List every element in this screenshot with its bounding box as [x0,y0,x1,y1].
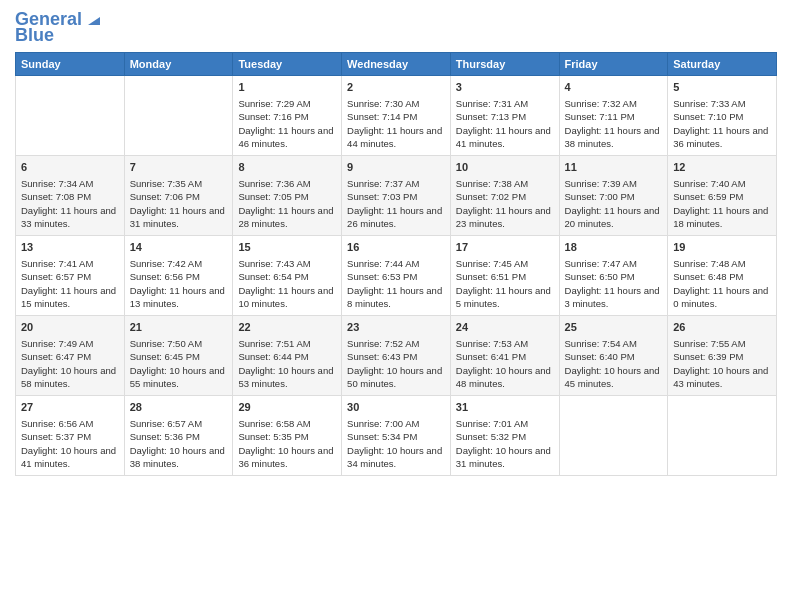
day-number: 11 [565,160,663,175]
logo-arrow-icon [84,9,102,27]
day-number: 28 [130,400,228,415]
calendar-cell: 30Sunrise: 7:00 AMSunset: 5:34 PMDayligh… [342,395,451,475]
day-number: 10 [456,160,554,175]
day-number: 20 [21,320,119,335]
weekday-header-row: SundayMondayTuesdayWednesdayThursdayFrid… [16,52,777,75]
day-number: 13 [21,240,119,255]
day-info: Sunset: 6:44 PM [238,350,336,363]
day-info: Sunrise: 7:45 AM [456,257,554,270]
day-info: Sunset: 5:35 PM [238,430,336,443]
day-info: Sunrise: 7:33 AM [673,97,771,110]
calendar-cell: 24Sunrise: 7:53 AMSunset: 6:41 PMDayligh… [450,315,559,395]
day-info: Sunset: 6:57 PM [21,270,119,283]
calendar-cell: 20Sunrise: 7:49 AMSunset: 6:47 PMDayligh… [16,315,125,395]
calendar-table: SundayMondayTuesdayWednesdayThursdayFrid… [15,52,777,476]
calendar-cell: 10Sunrise: 7:38 AMSunset: 7:02 PMDayligh… [450,155,559,235]
day-info: Sunset: 6:59 PM [673,190,771,203]
calendar-cell: 5Sunrise: 7:33 AMSunset: 7:10 PMDaylight… [668,75,777,155]
day-info: Sunrise: 7:38 AM [456,177,554,190]
day-info: Daylight: 11 hours and 3 minutes. [565,284,663,311]
day-info: Sunrise: 7:35 AM [130,177,228,190]
day-info: Daylight: 11 hours and 28 minutes. [238,204,336,231]
calendar-cell: 1Sunrise: 7:29 AMSunset: 7:16 PMDaylight… [233,75,342,155]
day-info: Sunset: 7:02 PM [456,190,554,203]
day-number: 18 [565,240,663,255]
calendar-cell [668,395,777,475]
day-number: 6 [21,160,119,175]
day-info: Daylight: 11 hours and 8 minutes. [347,284,445,311]
day-info: Sunrise: 7:52 AM [347,337,445,350]
day-info: Daylight: 11 hours and 41 minutes. [456,124,554,151]
day-info: Sunrise: 6:58 AM [238,417,336,430]
weekday-header-sunday: Sunday [16,52,125,75]
calendar-cell: 31Sunrise: 7:01 AMSunset: 5:32 PMDayligh… [450,395,559,475]
logo: General Blue [15,10,102,46]
day-number: 9 [347,160,445,175]
day-number: 24 [456,320,554,335]
calendar-cell: 26Sunrise: 7:55 AMSunset: 6:39 PMDayligh… [668,315,777,395]
day-info: Daylight: 10 hours and 50 minutes. [347,364,445,391]
day-info: Sunset: 7:16 PM [238,110,336,123]
calendar-cell: 14Sunrise: 7:42 AMSunset: 6:56 PMDayligh… [124,235,233,315]
day-info: Daylight: 10 hours and 53 minutes. [238,364,336,391]
day-info: Sunset: 7:05 PM [238,190,336,203]
day-info: Sunrise: 7:29 AM [238,97,336,110]
day-number: 26 [673,320,771,335]
day-info: Sunrise: 7:39 AM [565,177,663,190]
calendar-cell: 17Sunrise: 7:45 AMSunset: 6:51 PMDayligh… [450,235,559,315]
day-info: Sunset: 6:47 PM [21,350,119,363]
day-info: Sunset: 6:48 PM [673,270,771,283]
calendar-cell: 2Sunrise: 7:30 AMSunset: 7:14 PMDaylight… [342,75,451,155]
day-info: Sunset: 6:54 PM [238,270,336,283]
day-info: Sunrise: 7:31 AM [456,97,554,110]
weekday-header-friday: Friday [559,52,668,75]
day-info: Sunset: 6:40 PM [565,350,663,363]
day-number: 25 [565,320,663,335]
day-info: Sunrise: 7:48 AM [673,257,771,270]
day-number: 22 [238,320,336,335]
calendar-cell: 8Sunrise: 7:36 AMSunset: 7:05 PMDaylight… [233,155,342,235]
day-number: 12 [673,160,771,175]
calendar-cell: 13Sunrise: 7:41 AMSunset: 6:57 PMDayligh… [16,235,125,315]
day-info: Sunrise: 7:55 AM [673,337,771,350]
day-info: Daylight: 10 hours and 36 minutes. [238,444,336,471]
day-info: Sunset: 7:00 PM [565,190,663,203]
calendar-cell: 12Sunrise: 7:40 AMSunset: 6:59 PMDayligh… [668,155,777,235]
calendar-cell [559,395,668,475]
day-info: Daylight: 11 hours and 31 minutes. [130,204,228,231]
day-info: Daylight: 10 hours and 58 minutes. [21,364,119,391]
day-info: Sunset: 6:45 PM [130,350,228,363]
day-number: 21 [130,320,228,335]
main-container: General Blue SundayMondayTuesdayWednesda… [0,0,792,486]
day-info: Sunset: 7:06 PM [130,190,228,203]
calendar-cell: 3Sunrise: 7:31 AMSunset: 7:13 PMDaylight… [450,75,559,155]
day-info: Sunset: 6:43 PM [347,350,445,363]
day-info: Sunset: 6:50 PM [565,270,663,283]
day-number: 27 [21,400,119,415]
day-number: 31 [456,400,554,415]
day-info: Daylight: 11 hours and 13 minutes. [130,284,228,311]
day-info: Daylight: 11 hours and 33 minutes. [21,204,119,231]
day-info: Sunrise: 7:36 AM [238,177,336,190]
day-info: Sunrise: 7:47 AM [565,257,663,270]
day-info: Sunrise: 7:41 AM [21,257,119,270]
day-info: Daylight: 11 hours and 44 minutes. [347,124,445,151]
calendar-week-4: 20Sunrise: 7:49 AMSunset: 6:47 PMDayligh… [16,315,777,395]
day-number: 4 [565,80,663,95]
calendar-cell: 4Sunrise: 7:32 AMSunset: 7:11 PMDaylight… [559,75,668,155]
day-info: Sunrise: 7:34 AM [21,177,119,190]
day-info: Sunset: 6:56 PM [130,270,228,283]
day-info: Sunset: 6:39 PM [673,350,771,363]
day-info: Daylight: 11 hours and 20 minutes. [565,204,663,231]
calendar-cell: 7Sunrise: 7:35 AMSunset: 7:06 PMDaylight… [124,155,233,235]
day-info: Daylight: 10 hours and 38 minutes. [130,444,228,471]
calendar-cell: 19Sunrise: 7:48 AMSunset: 6:48 PMDayligh… [668,235,777,315]
weekday-header-thursday: Thursday [450,52,559,75]
calendar-cell: 27Sunrise: 6:56 AMSunset: 5:37 PMDayligh… [16,395,125,475]
day-info: Daylight: 10 hours and 43 minutes. [673,364,771,391]
day-info: Sunrise: 7:49 AM [21,337,119,350]
calendar-cell: 18Sunrise: 7:47 AMSunset: 6:50 PMDayligh… [559,235,668,315]
day-info: Daylight: 11 hours and 38 minutes. [565,124,663,151]
calendar-cell: 25Sunrise: 7:54 AMSunset: 6:40 PMDayligh… [559,315,668,395]
day-info: Daylight: 10 hours and 41 minutes. [21,444,119,471]
